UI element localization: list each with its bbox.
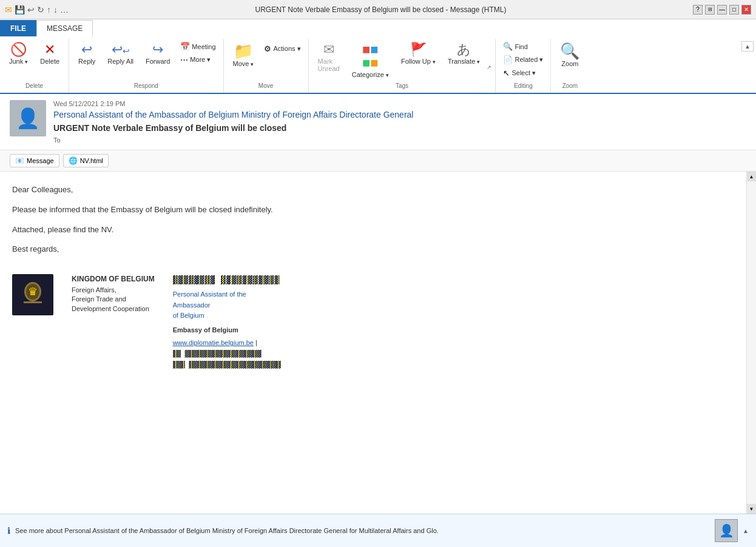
minimize-button[interactable]: — bbox=[717, 5, 727, 15]
follow-up-button[interactable]: 🚩 Follow Up ▾ bbox=[396, 40, 441, 68]
mark-unread-button[interactable]: ✉ MarkUnread bbox=[312, 40, 345, 75]
ribbon-collapse-area: ▲ bbox=[739, 39, 756, 93]
email-meta: Wed 5/12/2021 2:19 PM Personal Assistant… bbox=[53, 100, 746, 144]
tab-file[interactable]: FILE bbox=[0, 20, 36, 37]
email-body: Dear Colleagues, Please be informed that… bbox=[0, 172, 746, 514]
zoom-group-label: Zoom bbox=[555, 81, 585, 92]
follow-up-icon: 🚩 bbox=[410, 43, 427, 56]
sig-pipe: | bbox=[255, 339, 257, 346]
svg-rect-4 bbox=[24, 301, 42, 303]
tags-group-label: Tags bbox=[312, 81, 492, 92]
tags-expand-icon[interactable]: ↗ bbox=[487, 64, 491, 81]
ribbon-group-move: 📁 Move ▾ ⚙ Actions ▾ Move bbox=[224, 39, 309, 93]
forward-button[interactable]: ↪ Forward bbox=[140, 40, 175, 68]
zoom-button[interactable]: 🔍 Zoom bbox=[555, 40, 585, 70]
tab-message[interactable]: MESSAGE bbox=[36, 20, 93, 37]
actions-icon: ⚙ bbox=[264, 44, 271, 53]
scroll-down-button[interactable]: ▼ bbox=[747, 504, 757, 514]
delete-button[interactable]: ✕ Delete bbox=[35, 40, 65, 68]
maximize-button[interactable]: □ bbox=[729, 5, 739, 15]
attachments-bar: 📧 Message 🌐 NV.html bbox=[0, 150, 756, 172]
svg-text:♛: ♛ bbox=[28, 286, 38, 298]
sig-org-bold: Embassy of Belgium bbox=[173, 325, 282, 336]
sig-encoded-line1: ▓▓ ▓▓▓▓▓▓▓▓▓▓▓▓▓▓▓▓▓▓▓ bbox=[173, 349, 282, 360]
ribbon-group-respond: ↩ Reply ↩↩ Reply All ↪ Forward 📅 Meeting… bbox=[69, 39, 223, 93]
scroll-up-button[interactable]: ▲ bbox=[747, 172, 757, 181]
junk-button[interactable]: 🚫 Junk ▾ bbox=[4, 40, 33, 68]
sig-encoded-name: ▓▓▓▓▓▓▓▓ ▓▓▓▓▓▓▓▓▓▓▓ bbox=[173, 274, 282, 287]
email-paragraph2: Attached, please find the NV. bbox=[12, 224, 734, 237]
nv-attach-label: NV.html bbox=[80, 157, 103, 164]
move-button[interactable]: 📁 Move ▾ bbox=[228, 40, 260, 70]
delete-icon: ✕ bbox=[44, 43, 55, 56]
categorize-button[interactable]: ■■ ■■ Categorize ▾ bbox=[346, 40, 394, 81]
email-container: 👤 Wed 5/12/2021 2:19 PM Personal Assista… bbox=[0, 94, 756, 514]
find-button[interactable]: 🔍 Find bbox=[499, 40, 547, 53]
email-greeting: Dear Colleagues, bbox=[12, 184, 734, 196]
more-button[interactable]: ⋯ More ▾ bbox=[177, 53, 219, 66]
related-button[interactable]: 📄 Related ▾ bbox=[499, 53, 547, 66]
ribbon-group-editing: 🔍 Find 📄 Related ▾ ↖ Select ▾ Editing bbox=[496, 39, 551, 93]
window-controls: ? ⊟ — □ ✕ bbox=[693, 5, 751, 15]
select-button[interactable]: ↖ Select ▾ bbox=[499, 67, 547, 79]
respond-group-label: Respond bbox=[73, 81, 219, 92]
belgium-coa-svg: ♛ bbox=[18, 280, 48, 310]
reply-label: Reply bbox=[78, 58, 95, 65]
mark-unread-icon: ✉ bbox=[323, 43, 334, 56]
email-header: 👤 Wed 5/12/2021 2:19 PM Personal Assista… bbox=[0, 94, 756, 150]
nv-attach-icon: 🌐 bbox=[69, 156, 78, 165]
attachment-nv-html[interactable]: 🌐 NV.html bbox=[63, 154, 109, 167]
move-icon: 📁 bbox=[234, 43, 253, 59]
email-subject: URGENT Note Verbale Embassy of Belgium w… bbox=[53, 123, 746, 133]
message-attach-label: Message bbox=[27, 157, 54, 164]
actions-button[interactable]: ⚙ Actions ▾ bbox=[260, 42, 304, 55]
email-signature: ♛ KINGDOM OF BELGIUM Foreign Affairs, Fo… bbox=[12, 274, 734, 370]
titlebar: ✉ 💾 ↩ ↻ ↑ ↓ … URGENT Note Verbale Embass… bbox=[0, 0, 756, 19]
scroll-thumb[interactable] bbox=[748, 183, 755, 185]
ribbon-collapse-button[interactable]: ▲ bbox=[741, 41, 754, 52]
sig-title-line1: Personal Assistant of the bbox=[173, 289, 282, 300]
sig-org-line3: Development Cooperation bbox=[72, 304, 155, 314]
email-scroll-area: Dear Colleagues, Please be informed that… bbox=[0, 172, 756, 514]
help-button[interactable]: ? bbox=[693, 5, 703, 15]
find-icon: 🔍 bbox=[503, 42, 513, 51]
footer-bar: ℹ See more about Personal Assistant of t… bbox=[0, 514, 756, 547]
ribbon-toggle-button[interactable]: ⊟ bbox=[705, 5, 715, 15]
email-scrollbar: ▲ ▼ bbox=[746, 172, 756, 514]
email-closing: Best regards, bbox=[12, 243, 734, 256]
zoom-icon: 🔍 bbox=[560, 43, 579, 59]
ribbon: 🚫 Junk ▾ ✕ Delete Delete ↩ Reply ↩↩ Repl… bbox=[0, 36, 756, 94]
reply-all-button[interactable]: ↩↩ Reply All bbox=[102, 40, 139, 68]
email-paragraph1: Please be informed that the Embassy of B… bbox=[12, 204, 734, 216]
footer-avatar-icon: 👤 bbox=[719, 523, 734, 538]
close-button[interactable]: ✕ bbox=[741, 5, 751, 15]
translate-button[interactable]: あ Translate ▾ bbox=[442, 40, 486, 68]
meeting-icon: 📅 bbox=[180, 42, 190, 51]
sig-title-line2: Ambassador bbox=[173, 300, 282, 311]
ribbon-group-delete: 🚫 Junk ▾ ✕ Delete Delete bbox=[0, 39, 69, 93]
editing-group-label: Editing bbox=[499, 81, 547, 92]
ribbon-tabs: FILE MESSAGE bbox=[0, 19, 756, 36]
categorize-icon: ■■ ■■ bbox=[362, 43, 379, 70]
translate-icon: あ bbox=[457, 43, 471, 56]
footer-text: See more about Personal Assistant of the… bbox=[15, 527, 710, 534]
related-icon: 📄 bbox=[503, 55, 513, 64]
reply-icon: ↩ bbox=[81, 43, 92, 56]
sig-contact: ▓▓▓▓▓▓▓▓ ▓▓▓▓▓▓▓▓▓▓▓ Personal Assistant … bbox=[173, 274, 282, 370]
sig-website-link[interactable]: www.diplomatie.belgium.be bbox=[173, 339, 254, 346]
sig-logo: ♛ bbox=[12, 274, 53, 315]
sig-logo-area: ♛ bbox=[12, 274, 53, 315]
avatar: 👤 bbox=[10, 100, 46, 136]
email-from[interactable]: Personal Assistant of the Ambassador of … bbox=[53, 110, 746, 119]
reply-button[interactable]: ↩ Reply bbox=[73, 40, 101, 68]
attachment-message[interactable]: 📧 Message bbox=[10, 154, 59, 167]
contact-avatar-icon: 👤 bbox=[16, 107, 40, 130]
more-icon: ⋯ bbox=[180, 55, 188, 64]
email-date: Wed 5/12/2021 2:19 PM bbox=[53, 100, 746, 107]
footer-avatar: 👤 bbox=[715, 519, 738, 542]
select-icon: ↖ bbox=[503, 69, 510, 78]
footer-collapse-button[interactable]: ▲ bbox=[743, 528, 749, 534]
delete-group-label: Delete bbox=[4, 81, 65, 92]
reply-all-icon: ↩↩ bbox=[112, 43, 130, 56]
meeting-button[interactable]: 📅 Meeting bbox=[177, 40, 219, 53]
